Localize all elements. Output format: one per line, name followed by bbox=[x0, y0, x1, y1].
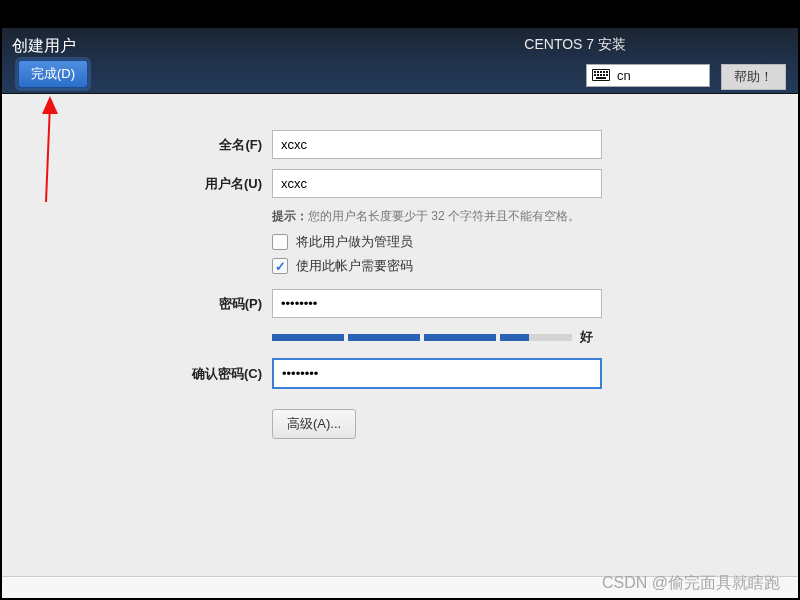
password-input[interactable] bbox=[272, 289, 602, 318]
svg-rect-10 bbox=[603, 74, 605, 76]
installer-title: CENTOS 7 安装 bbox=[524, 36, 626, 54]
confirm-password-input[interactable] bbox=[272, 358, 602, 389]
form-area: 全名(F) 用户名(U) 提示：您的用户名长度要少于 32 个字符并且不能有空格… bbox=[2, 94, 798, 576]
confirm-password-label: 确认密码(C) bbox=[2, 365, 272, 383]
username-hint: 提示：您的用户名长度要少于 32 个字符并且不能有空格。 bbox=[272, 208, 798, 225]
header-bar: 创建用户 完成(D) CENTOS 7 安装 cn 帮助！ bbox=[2, 28, 798, 94]
password-strength-bar bbox=[272, 334, 572, 341]
require-password-checkbox[interactable] bbox=[272, 258, 288, 274]
advanced-button[interactable]: 高级(A)... bbox=[272, 409, 356, 439]
footer-bar bbox=[2, 576, 798, 598]
admin-checkbox-label: 将此用户做为管理员 bbox=[296, 233, 413, 251]
svg-rect-6 bbox=[606, 71, 608, 73]
page-title: 创建用户 bbox=[12, 36, 76, 57]
password-label: 密码(P) bbox=[2, 295, 272, 313]
done-button[interactable]: 完成(D) bbox=[18, 60, 88, 88]
full-name-input[interactable] bbox=[272, 130, 602, 159]
svg-rect-9 bbox=[600, 74, 602, 76]
svg-rect-11 bbox=[606, 74, 608, 76]
svg-rect-8 bbox=[597, 74, 599, 76]
installer-window: 创建用户 完成(D) CENTOS 7 安装 cn 帮助！ 全名(F) 用户名(… bbox=[2, 28, 798, 598]
svg-rect-2 bbox=[594, 71, 596, 73]
full-name-label: 全名(F) bbox=[2, 136, 272, 154]
password-strength-label: 好 bbox=[580, 328, 593, 346]
help-button[interactable]: 帮助！ bbox=[721, 64, 786, 90]
require-password-checkbox-label: 使用此帐户需要密码 bbox=[296, 257, 413, 275]
svg-rect-5 bbox=[603, 71, 605, 73]
keyboard-layout-code: cn bbox=[617, 68, 631, 83]
svg-rect-12 bbox=[596, 77, 606, 79]
keyboard-icon bbox=[592, 69, 610, 81]
keyboard-layout-selector[interactable]: cn bbox=[586, 64, 710, 87]
svg-rect-7 bbox=[594, 74, 596, 76]
user-name-input[interactable] bbox=[272, 169, 602, 198]
user-name-label: 用户名(U) bbox=[2, 175, 272, 193]
svg-rect-3 bbox=[597, 71, 599, 73]
admin-checkbox[interactable] bbox=[272, 234, 288, 250]
svg-rect-4 bbox=[600, 71, 602, 73]
